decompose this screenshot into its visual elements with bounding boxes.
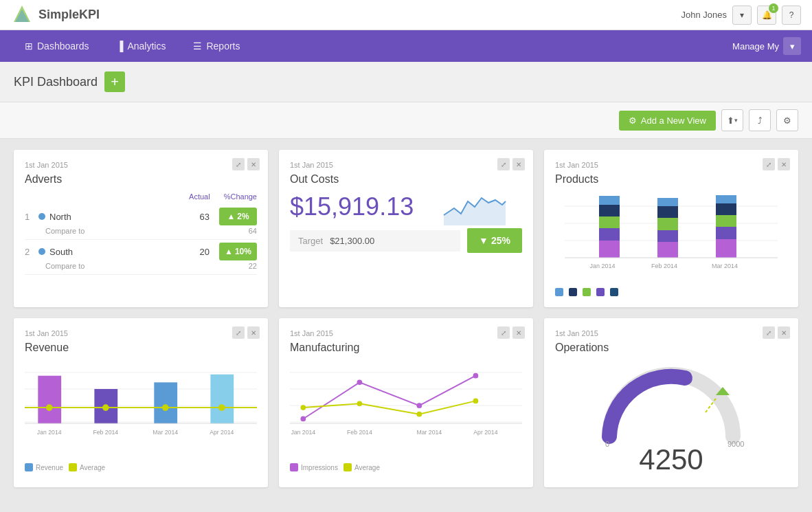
dashboard-header: KPI Dashboard + [0,62,812,102]
export-button[interactable]: ⬆ ▾ [721,109,743,131]
svg-rect-17 [716,239,736,258]
svg-rect-19 [716,215,736,227]
revenue-legend: Revenue Average [25,463,257,471]
manufacturing-close-button[interactable]: ✕ [512,326,525,339]
svg-marker-2 [444,198,506,225]
share-button[interactable]: ⤴ [749,109,771,131]
svg-text:Jan 2014: Jan 2014 [37,429,62,436]
manufacturing-card: ⤢ ✕ 1st Jan 2015 Manufacturing [279,318,533,487]
revenue-chart: Jan 2014 Feb 2014 Mar 2014 Apr 2014 Reve… [25,361,257,471]
nav-dashboards[interactable]: ⊞ Dashboards [11,30,103,62]
user-dropdown-button[interactable]: ▾ [732,5,752,25]
impressions-label: Impressions [301,464,338,471]
svg-point-37 [102,404,109,411]
svg-text:Feb 2014: Feb 2014 [651,263,677,269]
top-bar-right: John Jones ▾ 🔔 1 ? [681,5,802,25]
out-costs-change-val: 25% [491,235,510,246]
operations-close-button[interactable]: ✕ [778,326,790,339]
revenue-date: 1st Jan 2015 [25,329,257,337]
svg-point-52 [473,373,479,379]
operations-card-controls: ⤢ ✕ [763,326,790,339]
gear-icon: ⚙ [783,115,791,126]
target-label: Target [298,236,323,246]
revenue-card: ⤢ ✕ 1st Jan 2015 Revenue [14,318,268,487]
adverts-date: 1st Jan 2015 [25,161,257,169]
settings-button[interactable]: ⚙ [776,109,798,131]
out-costs-card-controls: ⤢ ✕ [497,158,525,170]
down-arrow-icon: ▼ [479,235,488,246]
revenue-close-button[interactable]: ✕ [247,326,260,339]
products-date: 1st Jan 2015 [555,161,787,169]
svg-point-36 [46,404,53,411]
svg-rect-21 [716,195,736,203]
gauge-area: 0 9000 4250 [555,361,787,476]
nav-reports-label: Reports [206,41,240,52]
legend-item-1 [555,288,563,296]
manufacturing-expand-button[interactable]: ⤢ [497,326,510,339]
svg-rect-18 [716,227,736,239]
products-expand-button[interactable]: ⤢ [763,158,775,170]
advert-change-2: ▲ 10% [219,243,257,260]
svg-rect-7 [599,241,620,258]
operations-expand-button[interactable]: ⤢ [763,326,775,339]
export-icon: ⬆ [727,115,734,126]
share-icon: ⤴ [758,115,763,126]
svg-point-56 [473,399,479,404]
add-view-button[interactable]: ⚙ Add a New View [619,111,716,131]
add-view-label: Add a New View [641,115,706,126]
out-costs-card: ⤢ ✕ 1st Jan 2015 Out Costs $15,919.13 Ta… [279,150,533,307]
svg-rect-33 [210,375,234,423]
svg-rect-32 [154,382,177,423]
advert-change-val-2: 10% [235,247,251,256]
export-chevron: ▾ [734,117,738,124]
help-button[interactable]: ? [782,5,801,25]
add-dashboard-button[interactable]: + [104,71,125,92]
advert-name-2: South [49,247,185,257]
notif-badge: 1 [769,3,778,13]
advert-change-1: ▲ 2% [219,208,257,225]
card-expand-button[interactable]: ⤢ [232,158,245,170]
revenue-legend-average: Average [69,463,105,471]
operations-card: ⤢ ✕ 1st Jan 2015 Operations 0 [544,318,798,487]
products-card-controls: ⤢ ✕ [763,158,790,170]
svg-point-39 [218,404,225,411]
legend-item-3 [583,288,591,296]
revenue-expand-button[interactable]: ⤢ [232,326,245,339]
compare-label-1: Compare to [45,227,84,235]
card-close-button[interactable]: ✕ [247,158,260,170]
revenue-legend-revenue: Revenue [25,463,63,471]
manage-dropdown-button[interactable]: ▾ [783,37,801,55]
legend-item-5 [610,288,618,296]
svg-text:Mar 2014: Mar 2014 [416,429,442,436]
svg-rect-10 [599,205,620,216]
revenue-card-controls: ⤢ ✕ [232,326,260,339]
advert-num-2: 2 [25,247,34,257]
notifications-button[interactable]: 🔔 1 [757,5,776,25]
svg-text:Mar 2014: Mar 2014 [712,263,738,269]
svg-rect-9 [599,216,620,228]
top-bar: SimpleKPI John Jones ▾ 🔔 1 ? [0,0,812,30]
gauge-value: 4250 [639,443,703,476]
manufacturing-legend-impressions: Impressions [290,463,338,471]
nav-analytics[interactable]: ▐ Analytics [103,30,180,62]
user-name: John Jones [681,10,728,20]
svg-rect-8 [599,228,620,241]
svg-point-55 [416,412,422,417]
svg-rect-20 [716,203,736,215]
out-costs-close-button[interactable]: ✕ [512,158,525,170]
advert-name-1: North [49,212,185,222]
products-close-button[interactable]: ✕ [778,158,790,170]
products-card: ⤢ ✕ 1st Jan 2015 Products [544,150,798,307]
compare-label-2: Compare to [45,262,84,270]
compare-val-2: 22 [249,262,257,270]
nav-reports[interactable]: ☰ Reports [179,30,253,62]
operations-title: Operations [555,342,787,354]
app-title: SimpleKPI [38,8,100,22]
svg-point-50 [357,380,363,386]
out-costs-expand-button[interactable]: ⤢ [497,158,510,170]
svg-line-62 [706,399,716,412]
svg-text:Mar 2014: Mar 2014 [153,429,178,436]
svg-rect-11 [599,196,620,205]
nav-right: Manage My ▾ [732,37,801,55]
logo-icon [11,4,33,26]
